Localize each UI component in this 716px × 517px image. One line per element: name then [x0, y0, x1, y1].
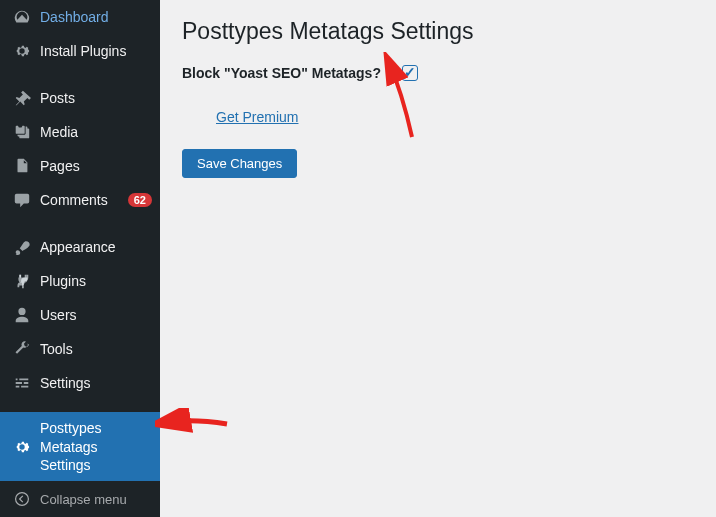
- sidebar-item-pages[interactable]: Pages: [0, 149, 160, 183]
- collapse-label: Collapse menu: [40, 492, 127, 507]
- sidebar-item-label: Dashboard: [40, 8, 152, 26]
- sidebar-item-label: Media: [40, 123, 152, 141]
- collapse-icon: [12, 489, 32, 509]
- sidebar-item-label: Posttypes Metatags Settings: [40, 419, 152, 474]
- sidebar-item-comments[interactable]: Comments 62: [0, 183, 160, 217]
- sidebar-item-label: Pages: [40, 157, 152, 175]
- menu-separator: [0, 223, 160, 224]
- save-button[interactable]: Save Changes: [182, 149, 297, 178]
- menu-separator: [0, 74, 160, 75]
- sidebar-item-label: Appearance: [40, 238, 152, 256]
- sidebar-item-label: Tools: [40, 340, 152, 358]
- media-icon: [12, 122, 32, 142]
- sidebar-item-posts[interactable]: Posts: [0, 81, 160, 115]
- sidebar-item-appearance[interactable]: Appearance: [0, 230, 160, 264]
- main-content: Posttypes Metatags Settings Block "Yoast…: [160, 0, 716, 517]
- sidebar-item-install-plugins[interactable]: Install Plugins: [0, 34, 160, 68]
- menu-separator: [0, 406, 160, 407]
- sidebar-item-settings[interactable]: Settings: [0, 366, 160, 400]
- sidebar-item-tools[interactable]: Tools: [0, 332, 160, 366]
- sidebar-item-label: Plugins: [40, 272, 152, 290]
- user-icon: [12, 305, 32, 325]
- svg-point-0: [16, 493, 29, 506]
- sidebar-item-label: Settings: [40, 374, 152, 392]
- sidebar-item-label: Users: [40, 306, 152, 324]
- block-metatags-row: Block "Yoast SEO" Metatags?: [182, 65, 694, 81]
- sidebar-item-label: Install Plugins: [40, 42, 152, 60]
- pin-icon: [12, 88, 32, 108]
- comments-count-badge: 62: [128, 193, 152, 207]
- page-title: Posttypes Metatags Settings: [182, 18, 694, 45]
- dashboard-icon: [12, 7, 32, 27]
- sidebar-item-users[interactable]: Users: [0, 298, 160, 332]
- sidebar-item-posttypes-metatags-settings[interactable]: Posttypes Metatags Settings: [0, 412, 160, 481]
- sliders-icon: [12, 373, 32, 393]
- comment-icon: [12, 190, 32, 210]
- collapse-menu-button[interactable]: Collapse menu: [0, 481, 160, 517]
- sidebar-item-media[interactable]: Media: [0, 115, 160, 149]
- page-icon: [12, 156, 32, 176]
- sidebar-item-label: Posts: [40, 89, 152, 107]
- block-metatags-label: Block "Yoast SEO" Metatags?: [182, 65, 402, 81]
- block-metatags-checkbox[interactable]: [402, 65, 418, 81]
- annotation-arrow: [155, 408, 230, 438]
- admin-sidebar: Dashboard Install Plugins Posts Media Pa…: [0, 0, 160, 517]
- get-premium-link[interactable]: Get Premium: [216, 109, 298, 125]
- sidebar-item-dashboard[interactable]: Dashboard: [0, 0, 160, 34]
- gear-icon: [12, 41, 32, 61]
- brush-icon: [12, 237, 32, 257]
- sidebar-item-plugins[interactable]: Plugins: [0, 264, 160, 298]
- wrench-icon: [12, 339, 32, 359]
- sidebar-item-label: Comments: [40, 191, 124, 209]
- plugin-icon: [12, 271, 32, 291]
- gear-icon: [12, 437, 32, 457]
